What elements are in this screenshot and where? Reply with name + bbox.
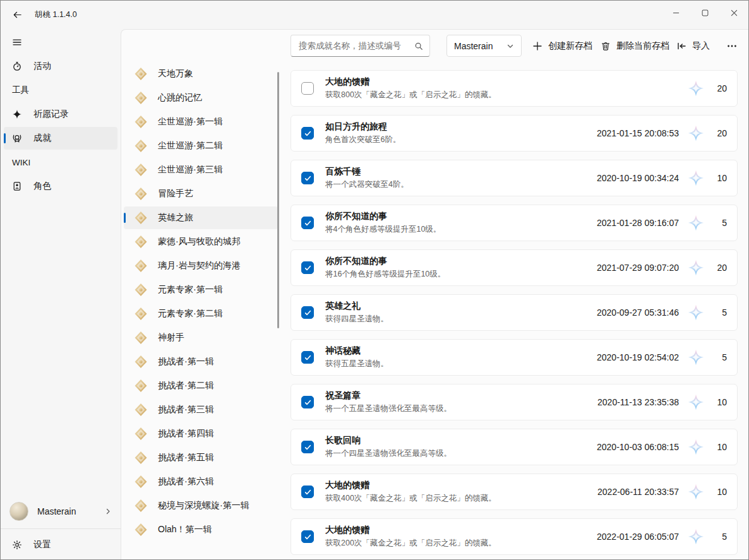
sidebar-section-label: WIKI <box>4 151 117 174</box>
achievement-meta: 2020-09-27 05:31:46 5 <box>597 304 727 321</box>
category-label: 挑战者·第一辑 <box>158 356 214 367</box>
achievement-text: 大地的馈赠 获取800次「藏金之花」或「启示之花」的馈藏。 <box>325 76 679 100</box>
achievement-date: 2022-01-29 06:05:07 <box>597 532 679 542</box>
achievement-checkbox[interactable] <box>301 172 314 184</box>
chevron-down-icon <box>506 42 514 50</box>
achievement-checkbox[interactable] <box>301 82 314 95</box>
category-scrollbar[interactable] <box>277 72 279 328</box>
sidebar-item-achievements[interactable]: 成就 <box>4 127 117 150</box>
category-item[interactable]: 神射手 <box>124 326 278 349</box>
category-item[interactable]: 天地万象 <box>124 63 278 85</box>
category-item[interactable]: 尘世巡游·第一辑 <box>124 110 278 133</box>
category-medal-icon <box>134 211 148 225</box>
category-label: 秘境与深境螺旋·第一辑 <box>158 500 249 511</box>
category-item[interactable]: 挑战者·第二辑 <box>124 374 278 397</box>
primogem-icon <box>688 394 704 410</box>
achievement-row: 大地的馈赠 获取200次「藏金之花」或「启示之花」的馈藏。 2022-01-29… <box>291 518 738 555</box>
sidebar-item-activity[interactable]: 活动 <box>4 55 117 78</box>
category-item[interactable]: 英雄之旅 <box>124 206 278 229</box>
activity-icon <box>12 61 22 71</box>
import-button[interactable]: 导入 <box>670 35 716 57</box>
maximize-button[interactable] <box>690 1 719 25</box>
close-button[interactable] <box>719 1 748 25</box>
achievement-date: 2020-10-19 00:34:24 <box>597 173 679 183</box>
hamburger-menu-button[interactable] <box>6 32 28 53</box>
achievement-text: 英雄之礼 获得四星圣遗物。 <box>325 301 597 325</box>
category-label: 尘世巡游·第二辑 <box>158 140 223 152</box>
category-item[interactable]: 挑战者·第三辑 <box>124 398 278 421</box>
search-box[interactable] <box>291 35 430 57</box>
sidebar-item-settings[interactable]: 设置 <box>4 532 117 557</box>
achievement-date: 2021-07-29 09:07:20 <box>597 263 679 273</box>
achievement-meta: 2020-10-03 06:08:15 10 <box>597 439 727 455</box>
achievement-checkbox[interactable] <box>301 217 314 229</box>
achievement-date: 2021-01-28 09:16:07 <box>597 218 679 228</box>
category-item[interactable]: Olah！第一辑 <box>124 518 278 541</box>
category-item[interactable]: 尘世巡游·第三辑 <box>124 158 278 181</box>
primogem-icon <box>688 304 704 321</box>
category-label: 挑战者·第四辑 <box>158 428 214 439</box>
achievement-date: 2020-11-13 23:35:38 <box>597 397 679 407</box>
achievement-meta: 20 <box>679 80 727 97</box>
achievement-checkbox[interactable] <box>301 261 314 274</box>
category-label: 神射手 <box>158 332 184 343</box>
primogem-icon <box>688 349 704 366</box>
search-icon <box>414 42 423 51</box>
category-item[interactable]: 元素专家·第一辑 <box>124 278 278 301</box>
category-label: 尘世巡游·第三辑 <box>158 164 223 176</box>
achievement-checkbox[interactable] <box>301 530 314 543</box>
category-item[interactable]: 蒙德·风与牧歌的城邦 <box>124 230 278 253</box>
category-item[interactable]: 挑战者·第五辑 <box>124 446 278 469</box>
achievement-title: 你所不知道的事 <box>325 211 597 222</box>
archive-selector-dropdown[interactable]: Masterain <box>446 35 522 57</box>
achievement-description: 获得五星圣遗物。 <box>325 359 597 369</box>
achievement-checkbox[interactable] <box>301 396 314 408</box>
search-input[interactable] <box>292 41 414 51</box>
sidebar-section-label: 工具 <box>4 79 117 102</box>
achievement-checkbox[interactable] <box>301 127 314 140</box>
hamburger-icon <box>12 37 22 47</box>
create-archive-label: 创建新存档 <box>548 40 592 52</box>
category-item[interactable]: 秘境与深境螺旋·第一辑 <box>124 494 278 517</box>
achievement-checkbox[interactable] <box>301 441 314 453</box>
minimize-button[interactable] <box>661 1 690 25</box>
more-ellipsis-icon <box>727 41 737 51</box>
achievement-title: 英雄之礼 <box>325 301 597 311</box>
sidebar-item-wish-history[interactable]: 祈愿记录 <box>4 103 117 126</box>
achievement-checkbox[interactable] <box>301 306 314 319</box>
category-item[interactable]: 璃月·岩与契约的海港 <box>124 254 278 277</box>
sidebar-item-label: 成就 <box>33 133 51 144</box>
user-profile-row[interactable]: Masterain <box>4 497 117 525</box>
category-medal-icon <box>134 403 148 417</box>
achievement-description: 将一个四星圣遗物强化至最高等级。 <box>325 448 597 459</box>
achievement-checkbox[interactable] <box>301 351 314 364</box>
achievement-reward: 10 <box>713 173 727 183</box>
back-button[interactable] <box>7 6 27 25</box>
achievement-title: 如日方升的旅程 <box>325 121 597 132</box>
category-medal-icon <box>134 523 148 537</box>
achievement-description: 获得四星圣遗物。 <box>325 314 597 325</box>
category-item[interactable]: 元素专家·第二辑 <box>124 302 278 325</box>
archive-selected-value: Masterain <box>454 41 506 51</box>
category-item[interactable]: 冒险手艺 <box>124 182 278 205</box>
achievement-list: 大地的馈赠 获取800次「藏金之花」或「启示之花」的馈藏。 20 如日方升的旅程… <box>291 70 738 560</box>
create-archive-button[interactable]: 创建新存档 <box>526 35 599 57</box>
category-medal-icon <box>134 67 148 81</box>
category-medal-icon <box>134 187 148 201</box>
category-medal-icon <box>134 355 148 369</box>
primogem-icon <box>688 439 704 455</box>
more-options-button[interactable] <box>720 35 744 57</box>
primogem-icon <box>688 125 704 141</box>
achievement-checkbox[interactable] <box>301 486 314 498</box>
primogem-icon <box>688 170 704 186</box>
selection-indicator <box>4 133 6 143</box>
sidebar-item-character[interactable]: 角色 <box>4 175 117 198</box>
category-item[interactable]: 挑战者·第一辑 <box>124 350 278 373</box>
category-item[interactable]: 尘世巡游·第二辑 <box>124 134 278 157</box>
delete-archive-button[interactable]: 删除当前存档 <box>594 35 676 57</box>
category-item[interactable]: 心跳的记忆 <box>124 86 278 109</box>
category-item[interactable]: 挑战者·第四辑 <box>124 422 278 445</box>
app-title: 胡桃 1.1.4.0 <box>35 9 77 20</box>
category-item[interactable]: 挑战者·第六辑 <box>124 470 278 493</box>
category-medal-icon <box>134 259 148 273</box>
